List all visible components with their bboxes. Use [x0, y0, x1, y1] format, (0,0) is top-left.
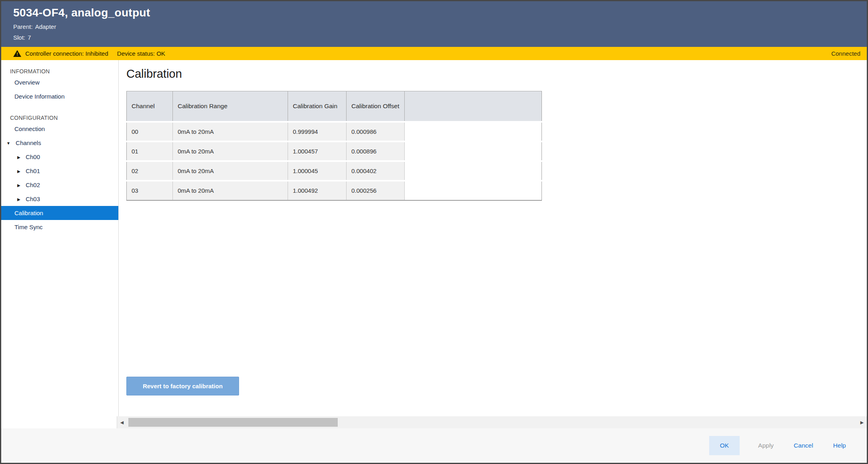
col-header-calibration-range: Calibration Range	[173, 91, 288, 122]
table-header-row: Channel Calibration Range Calibration Ga…	[127, 91, 542, 122]
col-header-calibration-offset: Calibration Offset	[347, 91, 405, 122]
cell-offset: 0.000256	[347, 181, 405, 200]
controller-connection-status: Controller connection: Inhibited	[25, 50, 108, 57]
sidebar-item-label: Time Sync	[14, 224, 43, 230]
cell-range: 0mA to 20mA	[173, 141, 288, 161]
sidebar-item-calibration[interactable]: Calibration	[1, 206, 118, 220]
revert-to-factory-calibration-button[interactable]: Revert to factory calibration	[126, 377, 239, 395]
warning-triangle-icon: !	[13, 50, 21, 57]
sidebar-item-ch01[interactable]: ▶ Ch01	[1, 164, 118, 178]
sidebar-item-label: Ch00	[26, 153, 40, 160]
col-header-blank	[405, 91, 542, 122]
connection-state: Connected	[831, 50, 860, 57]
col-header-channel: Channel	[127, 91, 173, 122]
sidebar-item-ch02[interactable]: ▶ Ch02	[1, 178, 118, 192]
scrollbar-lead-space	[1, 416, 117, 428]
cell-offset: 0.000402	[347, 161, 405, 181]
table-row: 02 0mA to 20mA 1.000045 0.000402	[127, 161, 542, 181]
page-title: Calibration	[126, 67, 867, 81]
cell-blank	[405, 181, 542, 200]
module-properties-window: 5034-OF4, analog_output Parent:Adapter S…	[0, 0, 868, 464]
horizontal-scrollbar-row: ◀ ▶	[1, 416, 867, 428]
sidebar-item-ch03[interactable]: ▶ Ch03	[1, 192, 118, 206]
cell-gain: 1.000492	[288, 181, 347, 200]
cell-blank	[405, 141, 542, 161]
footer-bar: OK Apply Cancel Help	[1, 428, 867, 463]
chevron-right-icon[interactable]: ▶	[17, 192, 20, 206]
apply-button[interactable]: Apply	[756, 440, 775, 452]
sidebar-item-label: Ch01	[26, 167, 40, 174]
cancel-button[interactable]: Cancel	[792, 440, 815, 452]
sidebar-item-overview[interactable]: Overview	[1, 75, 118, 89]
scroll-right-icon[interactable]: ▶	[857, 420, 867, 425]
cell-channel: 00	[127, 122, 173, 141]
parent-value: Adapter	[35, 23, 56, 30]
sidebar-section-configuration: CONFIGURATION	[10, 115, 118, 121]
sidebar-item-label: Overview	[14, 79, 40, 86]
sidebar-item-channels[interactable]: ▼ Channels	[1, 136, 118, 150]
table-row: 01 0mA to 20mA 1.000457 0.000896	[127, 141, 542, 161]
cell-channel: 03	[127, 181, 173, 200]
cell-range: 0mA to 20mA	[173, 122, 288, 141]
table-row: 03 0mA to 20mA 1.000492 0.000256	[127, 181, 542, 200]
slot-value: 7	[28, 34, 31, 41]
sidebar-item-ch00[interactable]: ▶ Ch00	[1, 150, 118, 164]
cell-gain: 0.999994	[288, 122, 347, 141]
horizontal-scrollbar[interactable]: ◀ ▶	[117, 416, 867, 428]
slot-label: Slot:	[13, 34, 25, 41]
help-button[interactable]: Help	[831, 440, 848, 452]
ok-button[interactable]: OK	[709, 436, 740, 455]
cell-offset: 0.000986	[347, 122, 405, 141]
parent-line: Parent:Adapter	[13, 23, 867, 30]
body-area: INFORMATION Overview Device Information …	[1, 60, 867, 416]
module-title: 5034-OF4, analog_output	[13, 6, 867, 20]
device-status: Device status: OK	[117, 50, 165, 57]
scrollbar-track[interactable]	[127, 416, 857, 428]
cell-range: 0mA to 20mA	[173, 161, 288, 181]
sidebar-item-label: Device Information	[14, 93, 65, 100]
slot-line: Slot:7	[13, 34, 867, 41]
cell-gain: 1.000457	[288, 141, 347, 161]
main-content: Calibration Channel Calibration Range Ca…	[119, 60, 867, 416]
sidebar-item-connection[interactable]: Connection	[1, 122, 118, 136]
status-bar: ! Controller connection: Inhibited Devic…	[1, 47, 867, 60]
table-row: 00 0mA to 20mA 0.999994 0.000986	[127, 122, 542, 141]
cell-channel: 01	[127, 141, 173, 161]
sidebar-item-label: Ch03	[26, 196, 40, 202]
scroll-left-icon[interactable]: ◀	[117, 420, 127, 425]
cell-blank	[405, 161, 542, 181]
sidebar-item-device-information[interactable]: Device Information	[1, 89, 118, 103]
sidebar-section-information: INFORMATION	[10, 68, 118, 75]
sidebar-item-time-sync[interactable]: Time Sync	[1, 220, 118, 234]
title-bar: 5034-OF4, analog_output Parent:Adapter S…	[1, 1, 867, 47]
sidebar-item-label: Channels	[16, 139, 41, 146]
cell-offset: 0.000896	[347, 141, 405, 161]
chevron-down-icon[interactable]: ▼	[6, 136, 10, 150]
cell-channel: 02	[127, 161, 173, 181]
chevron-right-icon[interactable]: ▶	[17, 164, 20, 178]
sidebar-item-label: Calibration	[14, 210, 43, 216]
sidebar-item-label: Ch02	[26, 182, 40, 188]
cell-gain: 1.000045	[288, 161, 347, 181]
scrollbar-thumb[interactable]	[128, 418, 338, 427]
sidebar-item-label: Connection	[14, 125, 45, 132]
col-header-calibration-gain: Calibration Gain	[288, 91, 347, 122]
calibration-table: Channel Calibration Range Calibration Ga…	[126, 91, 542, 201]
chevron-right-icon[interactable]: ▶	[17, 150, 20, 164]
sidebar: INFORMATION Overview Device Information …	[1, 60, 119, 416]
chevron-right-icon[interactable]: ▶	[17, 178, 20, 192]
sidebar-gap	[1, 103, 118, 110]
warning-mark: !	[16, 52, 18, 56]
cell-blank	[405, 122, 542, 141]
parent-label: Parent:	[13, 23, 32, 30]
cell-range: 0mA to 20mA	[173, 181, 288, 200]
